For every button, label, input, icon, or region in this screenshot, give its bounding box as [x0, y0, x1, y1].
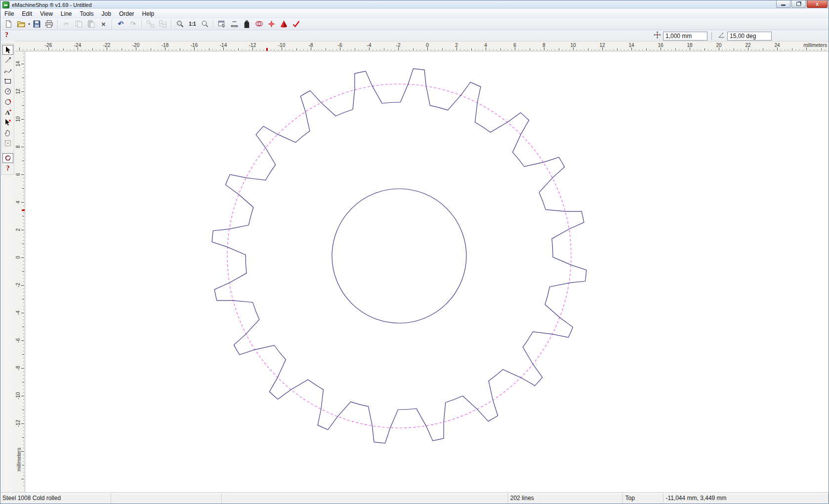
- material-icon: [243, 20, 251, 28]
- zoom-window-button[interactable]: [174, 19, 186, 29]
- h-ruler-tick: [708, 49, 708, 50]
- copy-button[interactable]: [73, 19, 84, 29]
- h-ruler-tick: [209, 48, 209, 50]
- pan-tool[interactable]: [2, 128, 13, 138]
- h-ruler-tick: [56, 49, 56, 50]
- v-ruler-tick: [23, 212, 24, 213]
- h-ruler-tick: [183, 49, 184, 50]
- arc-rotate-tool[interactable]: [2, 97, 13, 107]
- open-file-button[interactable]: [15, 19, 27, 29]
- ungroup-button[interactable]: [145, 19, 156, 29]
- h-ruler-tick: [737, 49, 738, 50]
- h-ruler-tick: [577, 49, 577, 50]
- menu-item-job[interactable]: Job: [98, 9, 115, 18]
- open-dropdown-arrow-icon[interactable]: ▼: [28, 23, 31, 26]
- h-ruler-tick: [551, 49, 552, 50]
- rectangle-tool[interactable]: [2, 76, 13, 86]
- v-ruler-tick: [23, 468, 24, 469]
- h-ruler-tick: [715, 49, 716, 50]
- v-ruler-tick: [23, 448, 24, 448]
- save-file-button[interactable]: [31, 19, 42, 29]
- v-ruler-tick: [23, 116, 24, 116]
- check-design-button[interactable]: [290, 19, 302, 29]
- curve-tool[interactable]: [2, 66, 13, 76]
- h-ruler-tick: [143, 49, 144, 50]
- menu-item-file[interactable]: File: [0, 9, 18, 18]
- zoom-actual-button[interactable]: 1:1: [187, 19, 198, 29]
- h-ruler-tick: [168, 49, 169, 50]
- length-step-input[interactable]: [663, 32, 707, 41]
- h-ruler-tick: [245, 49, 246, 50]
- red-star-icon: [267, 20, 276, 28]
- h-ruler-tick: [74, 49, 75, 50]
- group-button[interactable]: [157, 19, 168, 29]
- status-cell-spare1: [111, 494, 222, 503]
- h-ruler-tick: [646, 48, 647, 50]
- h-ruler-tick: [343, 49, 344, 50]
- menu-item-tools[interactable]: Tools: [76, 9, 98, 18]
- h-ruler-tick: [27, 49, 27, 50]
- application-window: eMachineShop ® v1.69 - Untitled x FileEd…: [0, 0, 829, 504]
- menu-item-view[interactable]: View: [36, 9, 57, 18]
- h-ruler-tick: [256, 49, 256, 50]
- minimize-button[interactable]: [776, 0, 790, 8]
- menu-item-line[interactable]: Line: [57, 9, 76, 18]
- zoom-tool-button[interactable]: [199, 19, 210, 29]
- angle-step-input[interactable]: [727, 32, 772, 41]
- material-button[interactable]: [241, 19, 252, 29]
- delete-button[interactable]: ×: [98, 19, 109, 29]
- h-ruler-tick: [358, 49, 359, 50]
- menu-item-edit[interactable]: Edit: [18, 9, 36, 18]
- cut-button[interactable]: ✂: [61, 19, 72, 29]
- undo-button[interactable]: ↶: [115, 19, 126, 29]
- selection-grid-tool[interactable]: [2, 138, 13, 148]
- help-icon: ?: [6, 164, 10, 173]
- add-marker-button[interactable]: [266, 19, 277, 29]
- menu-item-order[interactable]: Order: [115, 9, 138, 18]
- print-button[interactable]: [43, 19, 55, 29]
- v-ruler-tick: [22, 354, 24, 355]
- h-ruler-tick: [234, 49, 235, 50]
- h-ruler-tick: [362, 49, 362, 50]
- gear-outline[interactable]: [212, 69, 586, 443]
- help-tool[interactable]: ?: [2, 164, 13, 173]
- h-ruler-tick: [406, 49, 406, 50]
- move-step-icon: [652, 31, 663, 41]
- h-ruler-tick: [580, 49, 581, 50]
- h-ruler-label: -16: [184, 42, 204, 48]
- h-ruler-tick: [464, 49, 464, 50]
- menu-item-help[interactable]: Help: [138, 9, 159, 18]
- h-ruler-tick: [355, 48, 355, 50]
- h-ruler-tick: [336, 49, 337, 50]
- circle-tool[interactable]: [2, 86, 13, 96]
- units-mm-button[interactable]: ″″mm: [229, 19, 240, 29]
- redo-button[interactable]: ↷: [127, 19, 139, 29]
- h-ruler-tick: [431, 49, 431, 50]
- gear-bore-circle[interactable]: [332, 189, 466, 323]
- restore-button[interactable]: [791, 0, 806, 8]
- zoom-region-icon: [176, 20, 184, 28]
- job-settings-button[interactable]: [216, 19, 228, 29]
- select-tool[interactable]: [2, 45, 13, 55]
- v-ruler-label: -6: [15, 333, 21, 348]
- shape-overlap-button[interactable]: [253, 19, 265, 29]
- status-cell-line-count: 202 lines: [508, 494, 623, 503]
- line-tool[interactable]: [2, 55, 13, 65]
- v-ruler-tick: [22, 105, 24, 106]
- new-file-button[interactable]: [3, 19, 14, 29]
- v-ruler-tick: [23, 385, 24, 386]
- text-tool[interactable]: A: [2, 107, 13, 117]
- restore-icon: [796, 2, 801, 6]
- revolve-tool[interactable]: [2, 153, 13, 163]
- h-ruler-tick: [526, 49, 526, 50]
- paste-button[interactable]: [85, 19, 97, 29]
- vertex-edit-tool[interactable]: [2, 118, 13, 127]
- h-ruler-tick: [639, 49, 639, 50]
- close-button[interactable]: x: [807, 0, 828, 8]
- zoom-icon: [201, 20, 209, 28]
- drawing-canvas[interactable]: [25, 51, 829, 492]
- view-3d-button[interactable]: [278, 19, 290, 29]
- h-ruler-tick: [125, 49, 125, 50]
- red-check-icon: [292, 20, 300, 28]
- curve-icon: [4, 67, 12, 75]
